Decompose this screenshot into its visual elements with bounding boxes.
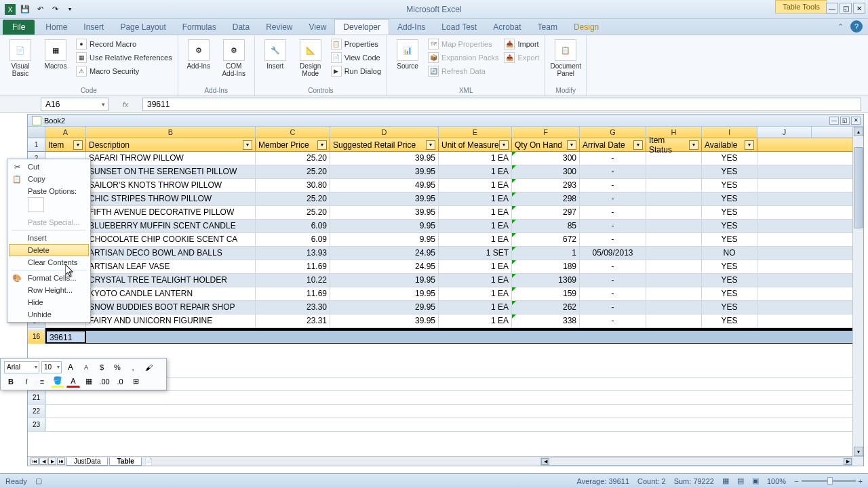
- accounting-icon[interactable]: $: [95, 361, 108, 373]
- header-arrival[interactable]: Arrival Date▾: [580, 138, 646, 151]
- import-button[interactable]: 📥Import: [502, 38, 540, 50]
- table-row[interactable]: 11 CRYSTAL TREE TEALIGHT HOLDER 10.22 19…: [28, 274, 863, 287]
- scroll-left-icon[interactable]: ◀: [541, 458, 549, 465]
- menu-insert[interactable]: Insert: [9, 232, 89, 244]
- table-row[interactable]: 3 SUNSET ON THE SERENGETI PILLOW 25.20 3…: [28, 165, 863, 179]
- selected-row[interactable]: 16 39611: [28, 330, 863, 344]
- tab-home[interactable]: Home: [37, 20, 75, 35]
- run-dialog-button[interactable]: ▶Run Dialog: [330, 65, 382, 77]
- font-color-icon[interactable]: A: [66, 375, 80, 388]
- col-header-d[interactable]: D: [330, 127, 439, 138]
- row-header-1[interactable]: 1: [28, 138, 45, 151]
- view-layout-icon[interactable]: ▤: [737, 476, 744, 485]
- table-row[interactable]: 7 BLUEBERRY MUFFIN SCENT CANDLE 6.09 9.9…: [28, 220, 863, 233]
- table-tools-tab[interactable]: Table Tools: [775, 0, 827, 14]
- empty-row[interactable]: 23: [28, 418, 863, 432]
- sheet-tab-justdata[interactable]: JustData: [66, 458, 108, 466]
- grow-font-icon[interactable]: A: [64, 361, 77, 373]
- table-row[interactable]: 8 CHOCOLATE CHIP COOKIE SCENT CA 6.09 9.…: [28, 233, 863, 247]
- col-header-b[interactable]: B: [86, 127, 256, 138]
- empty-row[interactable]: 22: [28, 405, 863, 418]
- horizontal-scrollbar[interactable]: ◀ ▶: [540, 458, 852, 466]
- header-uom[interactable]: Unit of Measure▾: [439, 138, 512, 151]
- filter-icon[interactable]: ▾: [317, 140, 327, 150]
- expansion-packs-button[interactable]: 📦Expansion Packs: [427, 52, 500, 64]
- empty-row[interactable]: 21: [28, 391, 863, 405]
- tab-insert[interactable]: Insert: [75, 20, 112, 35]
- menu-hide[interactable]: Hide: [9, 296, 89, 308]
- increase-decimal-icon[interactable]: .00: [98, 375, 111, 388]
- visual-basic-button[interactable]: 📄Visual Basic: [4, 38, 37, 85]
- filter-icon[interactable]: ▾: [73, 140, 83, 150]
- view-break-icon[interactable]: ▣: [752, 476, 759, 485]
- table-row[interactable]: 9 ARTISAN DECO BOWL AND BALLS 13.93 24.9…: [28, 247, 863, 260]
- sheet-nav-first-icon[interactable]: ⏮: [31, 458, 39, 465]
- sheet-nav-next-icon[interactable]: ▶: [48, 458, 56, 465]
- tab-loadtest[interactable]: Load Test: [433, 20, 485, 35]
- filter-icon[interactable]: ▾: [426, 140, 435, 150]
- menu-paste-special[interactable]: Paste Special...: [9, 216, 89, 228]
- formula-input[interactable]: 39611: [142, 98, 861, 111]
- scroll-down-icon[interactable]: ▾: [854, 447, 863, 456]
- tab-view[interactable]: View: [301, 20, 335, 35]
- tab-acrobat[interactable]: Acrobat: [485, 20, 529, 35]
- scroll-right-icon[interactable]: ▶: [844, 458, 852, 465]
- tab-developer[interactable]: Developer: [334, 19, 389, 35]
- col-header-f[interactable]: F: [512, 127, 580, 138]
- macros-button[interactable]: ▦Macros: [39, 38, 72, 85]
- book-restore-button[interactable]: ◱: [840, 117, 850, 125]
- filter-icon[interactable]: ▾: [499, 140, 509, 150]
- col-header-i[interactable]: I: [702, 127, 757, 138]
- header-description[interactable]: Description▾: [86, 138, 256, 151]
- zoom-level[interactable]: 100%: [767, 477, 786, 485]
- com-addins-button[interactable]: ⚙COM Add-Ins: [218, 38, 250, 85]
- minimize-ribbon-icon[interactable]: ⌃: [834, 20, 846, 33]
- header-item[interactable]: Item▾: [45, 138, 86, 151]
- tab-file[interactable]: File: [3, 20, 35, 35]
- select-all-corner[interactable]: [28, 127, 45, 138]
- sheet-tab-table[interactable]: Table: [109, 458, 141, 466]
- col-header-g[interactable]: G: [580, 127, 646, 138]
- font-combo[interactable]: Arial: [4, 361, 39, 373]
- spreadsheet-grid[interactable]: A B C D E F G H I J 1 Item▾ Description▾…: [28, 127, 863, 456]
- table-row[interactable]: 4 SAILOR'S KNOTS THROW PILLOW 30.80 49.9…: [28, 179, 863, 192]
- comma-icon[interactable]: ,: [126, 361, 140, 373]
- merge-icon[interactable]: ⊞: [129, 375, 142, 388]
- map-properties-button[interactable]: 🗺Map Properties: [427, 38, 500, 50]
- filter-icon[interactable]: ▾: [243, 140, 252, 150]
- export-button[interactable]: 📤Export: [502, 52, 540, 64]
- table-row[interactable]: 14 FAIRY AND UNICORN FIGURINE 23.31 39.9…: [28, 314, 863, 328]
- save-icon[interactable]: 💾: [19, 3, 31, 16]
- header-member-price[interactable]: Member Price▾: [256, 138, 330, 151]
- row-header-16[interactable]: 16: [28, 330, 45, 344]
- tab-addins[interactable]: Add-Ins: [389, 20, 433, 35]
- properties-button[interactable]: 📋Properties: [330, 38, 382, 50]
- scroll-up-icon[interactable]: ▴: [854, 127, 863, 136]
- sheet-nav-prev-icon[interactable]: ◀: [39, 458, 47, 465]
- center-icon[interactable]: ≡: [35, 375, 49, 388]
- new-sheet-icon[interactable]: 📄: [144, 458, 153, 465]
- tab-review[interactable]: Review: [258, 20, 300, 35]
- menu-copy[interactable]: 📋Copy: [9, 173, 89, 185]
- filter-icon[interactable]: ▾: [689, 140, 698, 150]
- bold-icon[interactable]: B: [4, 375, 18, 388]
- help-icon[interactable]: ?: [850, 20, 863, 33]
- col-header-e[interactable]: E: [439, 127, 512, 138]
- header-srp[interactable]: Suggested Retail Price▾: [330, 138, 439, 151]
- row-header[interactable]: 21: [28, 391, 45, 404]
- table-row[interactable]: 13 SNOW BUDDIES BOOT REPAIR SHOP 23.30 2…: [28, 301, 863, 314]
- filter-icon[interactable]: ▾: [745, 140, 754, 150]
- redo-icon[interactable]: ↷: [49, 3, 61, 16]
- menu-unhide[interactable]: Unhide: [9, 308, 89, 321]
- zoom-in-icon[interactable]: +: [859, 477, 863, 485]
- zoom-out-icon[interactable]: −: [794, 477, 798, 485]
- header-avail[interactable]: Available▾: [702, 138, 757, 151]
- view-code-button[interactable]: 📄View Code: [330, 52, 382, 64]
- tab-team[interactable]: Team: [530, 20, 566, 35]
- record-macro-button[interactable]: ●Record Macro: [75, 38, 174, 50]
- minimize-button[interactable]: —: [826, 3, 838, 14]
- qat-dropdown-icon[interactable]: ▾: [64, 3, 76, 16]
- tab-design[interactable]: Design: [566, 20, 607, 35]
- zoom-slider[interactable]: [802, 480, 856, 482]
- row-header[interactable]: 23: [28, 418, 45, 431]
